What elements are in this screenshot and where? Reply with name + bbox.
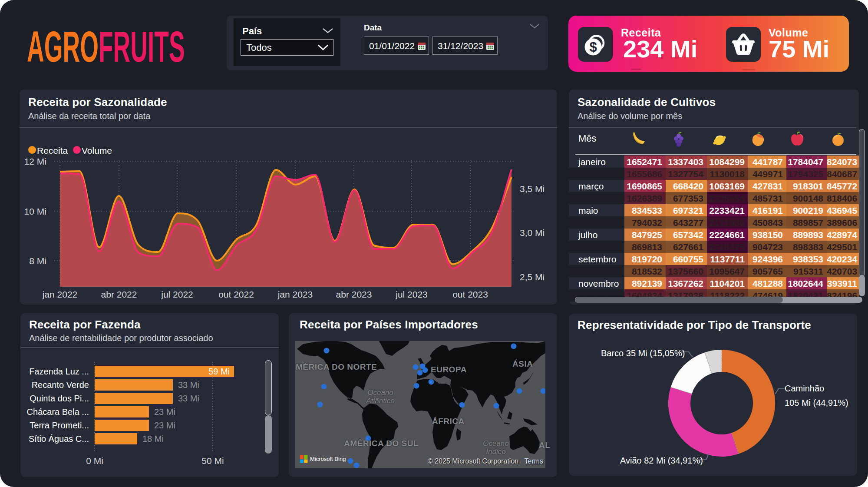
svg-text:Microsoft Bing: Microsoft Bing xyxy=(310,456,346,462)
svg-text:$: $ xyxy=(589,40,597,55)
